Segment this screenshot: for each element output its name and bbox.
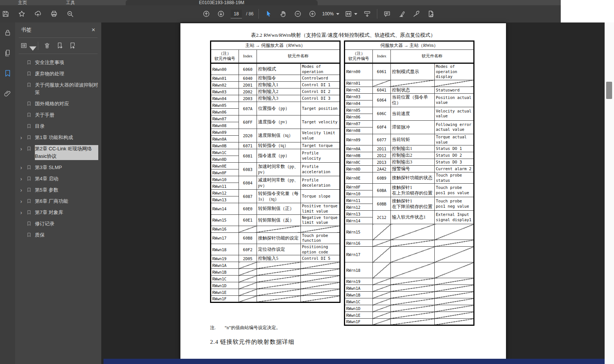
bookmark-label: 第4章 启动 [35,175,59,183]
table-row: RWwn126087转矩指令变化量（每1s）（tq）Torque slope [211,190,340,196]
index-cell-empty [239,276,257,282]
expand-chevron-icon[interactable]: › [20,198,26,205]
comment-button[interactable] [382,8,392,19]
expand-chevron-icon[interactable]: › [20,175,26,183]
bookmark-item[interactable]: 修订记录 [15,218,101,229]
navigation-rail [0,22,15,364]
name-cn-cell: 控制输出1 [391,145,435,152]
name-en-cell: Modes of operation display [435,63,474,80]
tab-tools[interactable]: 工具 [48,0,93,5]
device-cell: RWwn08 [211,122,239,129]
zoom-out-button[interactable] [293,8,303,19]
bookmark-item[interactable]: 关于伺服放大器的谐波抑制对策 [15,79,101,98]
print-button[interactable] [49,8,59,19]
reading-mode-button[interactable] [362,8,372,19]
zoom-level-dropdown[interactable]: 100% [322,11,339,16]
index-column-header: Index [373,50,391,63]
bookmark-item[interactable]: ›第7章 对象库 [15,207,101,218]
bookmark-item[interactable]: ›第6章 厂商功能 [15,196,101,207]
save-button[interactable] [1,8,11,19]
panel-close-button[interactable]: × [90,26,97,34]
tab-document[interactable]: E0103E193-1888-19M [126,0,318,5]
minus-circle-icon [294,10,302,18]
bookmark-item[interactable]: ›第1章 功能和构成 [15,132,101,143]
rail-security-button[interactable] [0,22,15,43]
highlight-button[interactable] [397,8,407,19]
device-number-column-header: （注） 软元件编号 [211,50,239,63]
bookmark-item[interactable]: 关于手册 [15,109,101,121]
table-row: RWrn17 [345,247,474,262]
previous-page-button[interactable] [201,8,211,19]
index-cell-empty [373,285,391,292]
name-cn-cell: 控制输入3 [257,95,301,102]
device-cell: RWwn0A [211,136,239,142]
device-cell: RWrn11 [345,197,373,204]
name-cn-cell-empty [391,240,435,247]
rail-page-thumbnails-button[interactable] [0,43,15,63]
index-cell: 60B9 [373,172,391,184]
tab-home[interactable]: 主页 [0,0,45,5]
rail-bookmarks-button[interactable] [0,63,15,83]
name-cn-cell: 滞留脉冲 [391,120,435,134]
scrollbar-thumb[interactable] [606,82,612,99]
hand-tool-button[interactable] [278,8,288,19]
top-right-blank-area [561,0,614,22]
index-cell: 60F4 [373,120,391,134]
name-en-cell: Profile acceleration [301,163,340,176]
star-button[interactable] [17,8,27,19]
index-cell-empty [239,296,257,303]
bookmark-item[interactable]: 废弃物的处理 [15,68,101,79]
index-cell: 60E1 [239,214,257,226]
page-number-input[interactable]: 18 [231,10,242,18]
bookmark-options-button[interactable] [20,42,33,49]
expand-chevron-icon[interactable]: › [20,209,26,216]
bookmark-icon [4,69,11,77]
name-cn-cell: 定位动作设定 [257,244,301,255]
bookmark-label: 第1章 功能和构成 [35,134,73,141]
share-button[interactable] [33,8,43,19]
fit-width-dropdown[interactable] [344,8,357,19]
toolbar-center-group: 18 / 86 100% [201,5,436,22]
rail-attachments-button[interactable] [0,83,15,103]
bookmark-item[interactable]: ›第3章 SLMP [15,162,101,173]
name-en-cell: Position actual value [435,93,474,107]
table-row: RWwn022D01控制输入1Control DI 1 [211,82,340,88]
table-row: RWwn1B [211,269,340,276]
expand-chevron-icon[interactable]: › [20,164,26,171]
bookmark-item[interactable]: ›第4章 启动 [15,173,101,184]
name-en-cell: Controlword [301,75,340,82]
name-cn-cell: 控制输入2 [257,88,301,95]
select-tool-button[interactable] [264,8,273,19]
device-cell: RWrn04 [345,100,373,107]
expand-chevron-icon[interactable]: › [20,145,26,153]
bookmark-item[interactable]: 安全注意事项 [15,57,101,68]
new-bookmark-button[interactable] [56,42,64,49]
star-icon [18,10,26,18]
name-cn-cell: 当前位置（指令单位） [391,93,435,107]
find-button[interactable] [65,8,75,19]
bookmark-item[interactable]: 质保 [15,229,101,241]
expand-chevron-icon[interactable]: › [20,186,26,194]
device-cell: RWwn04 [211,95,239,102]
chevron-down-icon [336,13,339,15]
bookmark-item[interactable]: ›第2章 CC-Link IE现场网络Basic协议 [15,143,101,162]
name-cn-cell: 位置指令（pp） [257,102,301,115]
index-cell: 2D11 [373,145,391,152]
sign-button[interactable] [411,8,421,19]
table-caption: 表2.2 RWwn/RWrn映射（支持位置/速度/转矩控制模式、轨迹模式、原点复… [180,32,506,39]
fill-sign-button[interactable] [426,8,436,19]
bookmark-icon [27,71,32,76]
bookmark-item[interactable]: 目录 [15,121,101,132]
bookmark-item[interactable]: 国外规格的对应 [15,98,101,109]
bookmark-item[interactable]: ›第5章 参数 [15,184,101,196]
next-page-button[interactable] [216,8,226,19]
table-row: RWrn0C2D13控制输出3Status DO 3 [345,159,474,166]
goto-bookmark-button[interactable] [69,42,77,49]
table-direction-header: 主站 → 伺服放大器（RWwn） [211,41,340,50]
delete-bookmark-button[interactable] [44,42,51,49]
bookmark-icon [27,232,32,237]
expand-chevron-icon[interactable]: › [20,134,26,141]
table-row: RWrn096077当前转矩Torque actual value [345,134,474,145]
chevron-down-icon [29,45,33,47]
zoom-in-button[interactable] [308,8,317,19]
